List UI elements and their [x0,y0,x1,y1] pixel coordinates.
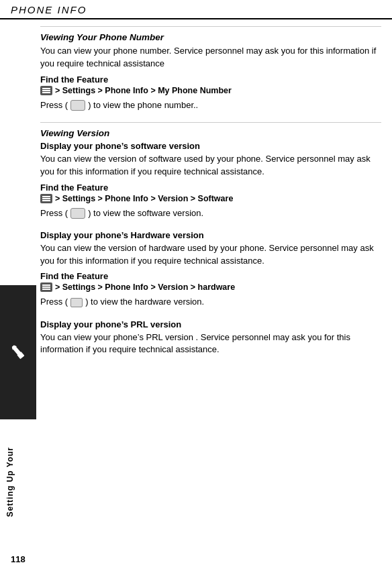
section-subtitle-hardware: Display your phone’s Hardware version [40,230,381,240]
page-header: PHONE INFO [0,0,392,19]
section-title-version: Viewing Version [40,122,381,138]
section-prl: Display your phone’s PRL version You can… [40,319,381,357]
page-number: 118 [11,554,26,564]
section-body-prl: You can view your phone’s PRL version . … [40,331,381,357]
section-body-hardware: You can view the version of hardware use… [40,242,381,268]
press-line-2: Press ( ) to view the software version. [40,207,381,219]
find-feature-label-2: Find the Feature [40,183,381,193]
section-body-phone-number: You can view your phone number. Service … [40,45,381,70]
find-feature-label-1: Find the Feature [40,74,381,85]
menu-icon-1 [40,86,52,95]
find-feature-path-3: > Settings > Phone Info > Version > hard… [40,282,381,292]
find-feature-label-3: Find the Feature [40,271,381,281]
section-body-version: You can view the version of software use… [40,153,381,178]
path-text-2: > Settings > Phone Info > Version > Soft… [55,194,233,203]
section-hardware: Display your phone’s Hardware version Yo… [40,230,381,309]
find-feature-path-2: > Settings > Phone Info > Version > Soft… [40,194,381,203]
press-line-1: Press ( ) to view the phone number.. [40,99,381,111]
press-line-3: Press ( ) to view the hardware version. [40,296,381,308]
path-text-1: > Settings > Phone Info > My Phone Numbe… [55,86,232,95]
press-after-3: ) to view the hardware version. [85,296,204,308]
main-content: Viewing Your Phone Number You can view y… [40,19,381,356]
section-subtitle-version: Display your phone’s software version [40,141,381,151]
menu-icon-2 [40,194,52,203]
section-title-phone-number: Viewing Your Phone Number [40,26,381,42]
note-icon [7,342,29,363]
section-subtitle-prl: Display your phone’s PRL version [40,319,381,329]
menu-icon-3 [40,282,52,292]
sidebar-label: Setting Up Your [5,447,15,517]
press-button-1 [70,100,85,111]
page-title: PHONE INFO [11,4,87,15]
press-before-2: Press ( [40,207,68,219]
press-after-2: ) to view the software version. [88,207,203,219]
press-before-3: Press ( [40,296,68,308]
press-before-1: Press ( [40,99,68,111]
find-feature-path-1: > Settings > Phone Info > My Phone Numbe… [40,86,381,95]
press-button-3 [70,298,83,307]
note-box [0,285,36,419]
press-after-1: ) to view the phone number.. [88,99,198,111]
section-phone-number: Viewing Your Phone Number You can view y… [40,26,381,111]
press-button-2 [70,208,85,219]
section-version: Viewing Version Display your phone’s sof… [40,122,381,219]
path-text-3: > Settings > Phone Info > Version > hard… [55,282,235,292]
